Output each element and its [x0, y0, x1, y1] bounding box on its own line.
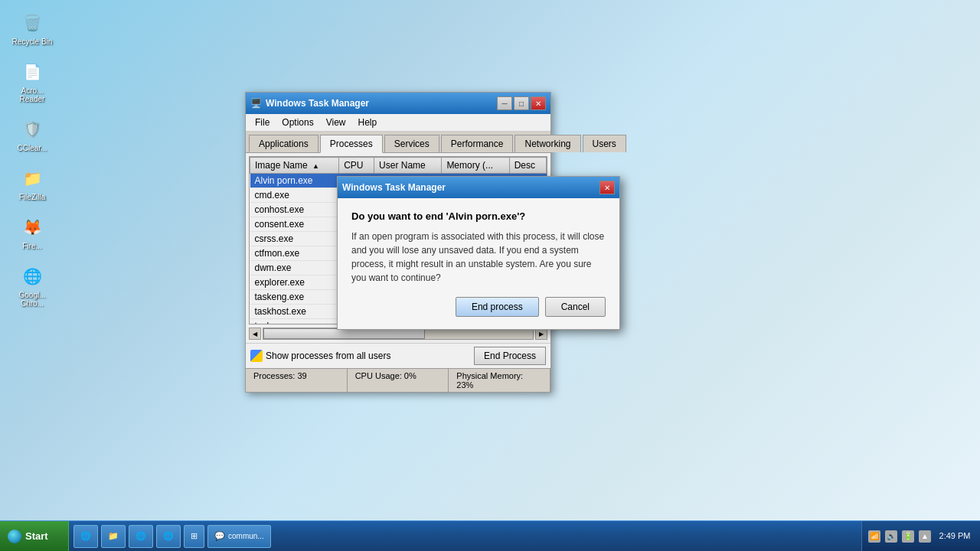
tab-processes[interactable]: Processes	[320, 135, 383, 153]
dialog-question: Do you want to end 'Alvin porn.exe'?	[351, 210, 606, 222]
dialog-cancel-button[interactable]: Cancel	[545, 297, 606, 317]
desktop-icon-recycle[interactable]: 🗑️ Recycle Bin	[8, 8, 57, 49]
taskmanager-titlebar[interactable]: 🖥️ Windows Task Manager ─ □ ✕	[246, 93, 550, 114]
acrobat-icon: 📄	[20, 60, 44, 84]
taskbar-ie[interactable]: 🌐	[74, 525, 98, 548]
tray-battery-icon[interactable]: 🔋	[902, 530, 914, 543]
menu-file[interactable]: File	[249, 116, 276, 129]
firefox-label: Fire...	[9, 242, 55, 250]
minimize-button[interactable]: ─	[497, 96, 512, 110]
tab-performance[interactable]: Performance	[441, 135, 514, 152]
start-button[interactable]: Start	[0, 521, 69, 551]
start-label: Start	[25, 530, 48, 542]
dialog-close-button[interactable]: ✕	[599, 181, 615, 194]
desktop-icon-ccleaner[interactable]: 🛡️ CClear...	[8, 114, 57, 155]
chrome-tb-icon: 🌐	[136, 531, 146, 541]
window-controls: ─ □ ✕	[497, 96, 546, 110]
tabs: Applications Processes Services Performa…	[246, 132, 550, 153]
col-memory[interactable]: Memory (...	[442, 158, 509, 174]
maximize-button[interactable]: □	[514, 96, 529, 110]
filezilla-label: FileZilla	[9, 193, 55, 201]
col-username[interactable]: User Name	[374, 158, 442, 174]
dialog-title: Windows Task Manager	[342, 182, 599, 193]
taskbar-ie2[interactable]: 🌐	[156, 525, 181, 548]
taskbar-community[interactable]: 💬 commun...	[207, 525, 271, 548]
acrobat-label: Acro... Reader	[9, 86, 55, 103]
desktop-icons: 🗑️ Recycle Bin 📄 Acro... Reader 🛡️ CClea…	[8, 8, 57, 311]
status-processes: Processes: 39	[246, 369, 348, 392]
status-bar: Processes: 39 CPU Usage: 0% Physical Mem…	[246, 368, 550, 392]
taskmanager-title: Windows Task Manager	[266, 98, 494, 109]
system-tray: 📶 🔊 🔋 ▲ 2:49 PM	[861, 521, 980, 551]
dialog-message: If an open program is associated with th…	[351, 230, 606, 285]
tray-network-icon[interactable]: 📶	[868, 530, 880, 543]
tray-volume-icon[interactable]: 🔊	[885, 530, 897, 543]
status-cpu: CPU Usage: 0%	[348, 369, 449, 392]
desktop-icon-filezilla[interactable]: 📁 FileZilla	[8, 163, 57, 204]
system-clock[interactable]: 2:49 PM	[936, 530, 974, 542]
scroll-thumb	[263, 328, 425, 339]
taskbar-explorer[interactable]: 📁	[101, 525, 126, 548]
desktop-icon-firefox[interactable]: 🦊 Fire...	[8, 212, 57, 253]
uac-shield-icon	[250, 350, 263, 362]
col-cpu[interactable]: CPU	[339, 158, 374, 174]
ccleaner-icon: 🛡️	[20, 117, 44, 142]
community-icon: 💬	[214, 531, 225, 541]
end-process-button[interactable]: End Process	[474, 347, 546, 365]
tab-applications[interactable]: Applications	[249, 135, 318, 152]
show-all-users-label: Show processes from all users	[266, 350, 390, 361]
menu-help[interactable]: Help	[352, 116, 384, 129]
end-process-dialog: Windows Task Manager ✕ Do you want to en…	[337, 176, 620, 330]
taskmanager-title-icon: 🖥️	[250, 97, 263, 109]
ie-icon: 🌐	[80, 531, 91, 541]
tab-networking[interactable]: Networking	[514, 135, 580, 152]
dialog-buttons: End process Cancel	[351, 297, 606, 317]
firefox-icon: 🦊	[20, 215, 44, 240]
taskbar-chrome[interactable]: 🌐	[129, 525, 153, 548]
show-all-users-area[interactable]: Show processes from all users	[250, 350, 468, 362]
tab-services[interactable]: Services	[384, 135, 439, 152]
taskmanager-tb-icon: ⊞	[191, 531, 198, 541]
taskbar-taskmanager[interactable]: ⊞	[184, 525, 204, 548]
recycle-bin-icon: 🗑️	[20, 11, 44, 35]
explorer-icon: 📁	[108, 531, 119, 541]
close-button[interactable]: ✕	[531, 96, 546, 110]
scroll-left-arrow[interactable]: ◀	[249, 328, 261, 340]
taskbar-apps: 🌐 📁 🌐 🌐 ⊞ 💬 commun...	[69, 521, 861, 551]
taskbar: Start 🌐 📁 🌐 🌐 ⊞ 💬 commun...	[0, 520, 980, 551]
menu-view[interactable]: View	[320, 116, 352, 129]
filezilla-icon: 📁	[20, 166, 44, 191]
tray-arrow-icon[interactable]: ▲	[919, 530, 931, 543]
tab-users[interactable]: Users	[583, 135, 626, 152]
sort-arrow-icon: ▲	[312, 162, 319, 170]
dialog-end-process-button[interactable]: End process	[456, 297, 539, 317]
dialog-titlebar[interactable]: Windows Task Manager ✕	[338, 177, 619, 198]
menu-options[interactable]: Options	[276, 116, 319, 129]
ccleaner-label: CClear...	[9, 144, 55, 152]
recycle-bin-label: Recycle Bin	[9, 37, 55, 46]
ie2-icon: 🌐	[163, 531, 174, 541]
status-memory: Physical Memory: 23%	[449, 369, 550, 392]
chrome-icon: 🌐	[20, 264, 44, 289]
dialog-content: Do you want to end 'Alvin porn.exe'? If …	[338, 198, 619, 329]
process-bottom-bar: Show processes from all users End Proces…	[246, 343, 550, 368]
desktop-icon-acrobat[interactable]: 📄 Acro... Reader	[8, 57, 57, 106]
community-label: commun...	[228, 532, 264, 540]
menu-bar: File Options View Help	[246, 114, 550, 132]
desktop-icon-chrome[interactable]: 🌐 Googl... Chro...	[8, 261, 57, 311]
start-orb-icon	[8, 530, 21, 543]
col-desc[interactable]: Desc	[509, 158, 546, 174]
col-image-name[interactable]: Image Name ▲	[250, 158, 339, 174]
clock-time: 2:49 PM	[936, 530, 974, 542]
chrome-label: Googl... Chro...	[9, 291, 55, 308]
desktop: 🗑️ Recycle Bin 📄 Acro... Reader 🛡️ CClea…	[0, 0, 980, 551]
